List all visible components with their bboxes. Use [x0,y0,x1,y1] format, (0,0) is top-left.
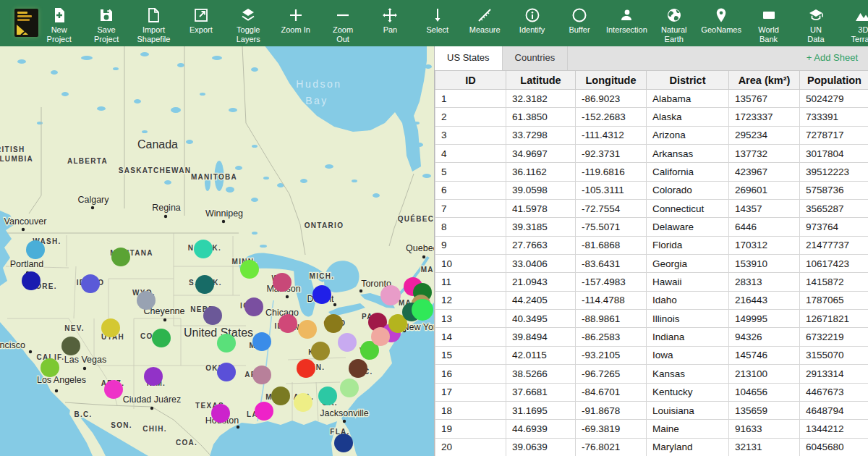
table-cell[interactable]: -86.2583 [576,328,647,346]
table-cell[interactable]: 12 [435,291,506,309]
table-cell[interactable]: 17 [435,383,506,401]
table-cell[interactable]: -86.9023 [576,90,647,108]
table-cell[interactable]: 423967 [729,163,800,181]
table-cell[interactable]: -93.2105 [576,346,647,364]
table-cell[interactable]: 13 [435,310,506,328]
state-dot-nd[interactable] [194,240,213,258]
table-cell[interactable]: Maine [647,420,729,438]
state-dot-wv[interactable] [338,333,357,352]
table-cell[interactable]: -152.2683 [576,108,647,126]
table-cell[interactable]: 5 [435,163,506,181]
state-dot-ny[interactable] [380,285,401,305]
table-cell[interactable]: 39.0639 [506,438,576,456]
table-cell[interactable]: 41.5978 [506,200,576,218]
sheet-tab-countries[interactable]: Countries [503,46,569,70]
table-cell[interactable]: 135659 [729,401,800,419]
table-cell[interactable]: 6732219 [800,328,868,346]
table-cell[interactable]: 149995 [729,310,800,328]
world-bank-button[interactable]: World Bank [745,0,792,46]
table-cell[interactable]: 21477737 [800,236,868,254]
table-cell[interactable]: 33.0406 [506,255,576,273]
table-cell[interactable]: 295234 [729,126,800,144]
state-dot-oh[interactable] [324,314,343,333]
state-dot-sd[interactable] [195,275,214,294]
table-cell[interactable]: 11 [435,273,506,291]
table-cell[interactable]: 19 [435,420,506,438]
table-cell[interactable]: -88.9861 [576,310,647,328]
table-cell[interactable]: 32131 [729,438,800,456]
buffer-button[interactable]: Buffer [556,0,603,46]
table-cell[interactable]: Colorado [647,181,729,199]
table-cell[interactable]: -96.7265 [576,365,647,383]
table-cell[interactable]: -157.4983 [576,273,647,291]
state-dot-wa[interactable] [26,240,45,259]
table-cell[interactable]: California [647,163,729,181]
table-cell[interactable]: 44.6939 [506,420,576,438]
table-cell[interactable]: 733391 [800,108,868,126]
state-dot-sc[interactable] [340,379,359,397]
table-cell[interactable]: 38.5266 [506,365,576,383]
state-dot-ne[interactable] [203,306,222,325]
state-dot-il[interactable] [278,314,297,333]
table-cell[interactable]: Delaware [647,218,729,236]
state-dot-wy[interactable] [137,291,156,310]
table-cell[interactable]: -119.6816 [576,163,647,181]
table-cell[interactable]: 3017804 [800,145,868,163]
state-dot-ia[interactable] [244,297,263,316]
table-cell[interactable]: -81.6868 [576,236,647,254]
table-cell[interactable]: -105.3111 [576,181,647,199]
table-cell[interactable]: 135767 [729,90,800,108]
state-dot-ga[interactable] [318,387,337,405]
table-cell[interactable]: 27.7663 [506,236,576,254]
table-cell[interactable]: Connecticut [647,200,729,218]
table-cell[interactable]: 14 [435,328,506,346]
table-cell[interactable]: 6446 [729,218,800,236]
table-cell[interactable]: 9 [435,236,506,254]
table-cell[interactable]: Indiana [647,328,729,346]
table-cell[interactable]: 28313 [729,273,800,291]
state-dot-de[interactable] [371,327,390,346]
table-cell[interactable]: -75.5071 [576,218,647,236]
state-dot-mo[interactable] [252,332,271,351]
table-cell[interactable]: 21.0943 [506,273,576,291]
table-cell[interactable]: Arkansas [647,145,729,163]
state-dot-co[interactable] [152,329,171,347]
table-cell[interactable]: 39.8494 [506,328,576,346]
table-cell[interactable]: 40.3495 [506,310,576,328]
table-cell[interactable]: Arizona [647,126,729,144]
table-cell[interactable]: 36.1162 [506,163,576,181]
table-cell[interactable]: 973764 [800,218,868,236]
table-cell[interactable]: 1415872 [800,273,868,291]
un-data-button[interactable]: UN Data [792,0,839,46]
table-cell[interactable]: Alabama [647,90,729,108]
add-sheet-button[interactable]: + Add Sheet [807,46,858,70]
table-cell[interactable]: Hawaii [647,273,729,291]
pan-button[interactable]: Pan [367,0,414,46]
table-cell[interactable]: 18 [435,401,506,419]
intersection-button[interactable]: Intersection [603,0,650,46]
zoom-in-button[interactable]: Zoom In [272,0,319,46]
table-cell[interactable]: 3 [435,126,506,144]
state-dot-mn[interactable] [240,260,259,279]
table-cell[interactable]: 3155070 [800,346,868,364]
table-cell[interactable]: 5758736 [800,181,868,199]
table-cell[interactable]: Alaska [647,108,729,126]
table-cell[interactable]: 34.9697 [506,145,576,163]
table-cell[interactable]: 170312 [729,236,800,254]
state-dot-ms[interactable] [271,387,290,405]
table-cell[interactable]: 39.0598 [506,181,576,199]
select-button[interactable]: Select [414,0,461,46]
table-cell[interactable]: Maryland [647,438,729,456]
table-cell[interactable]: 3565287 [800,200,868,218]
state-dot-fl[interactable] [334,434,353,452]
table-cell[interactable]: Louisiana [647,401,729,419]
toggle-layers-button[interactable]: Toggle Layers [225,0,272,46]
table-cell[interactable]: 7 [435,200,506,218]
table-cell[interactable]: 145746 [729,346,800,364]
geonames-button[interactable]: GeoNames [697,0,744,46]
table-cell[interactable]: 37.6681 [506,383,576,401]
sheet-tab-us-states[interactable]: US States [435,46,503,70]
state-dot-ky[interactable] [311,342,330,360]
state-dot-ok[interactable] [217,363,236,381]
table-cell[interactable]: 61.3850 [506,108,576,126]
